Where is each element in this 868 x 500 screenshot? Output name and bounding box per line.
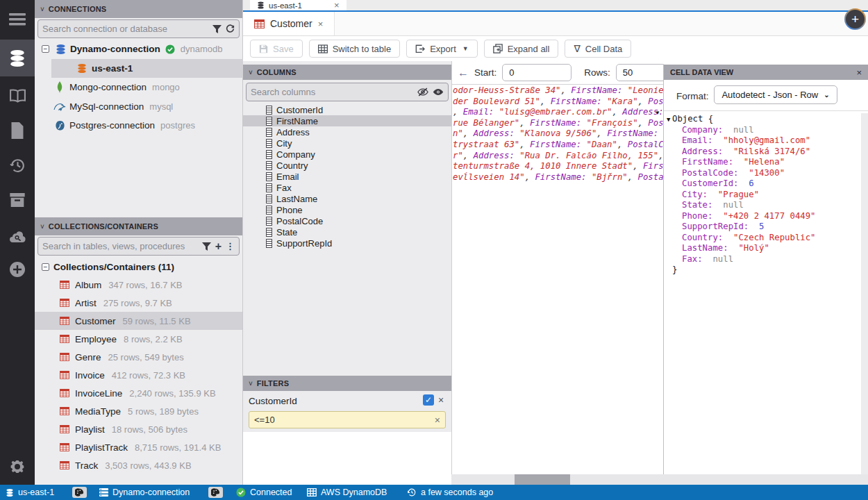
connection-item-MySql-connection[interactable]: MySql-connectionmysql <box>35 97 242 116</box>
expand-arrow-icon[interactable]: ▼ <box>667 115 672 126</box>
connection-item-us-east-1[interactable]: us-east-1 <box>51 59 243 78</box>
start-input[interactable] <box>502 64 571 81</box>
tab-group-bar: us-east-1 × <box>243 0 868 12</box>
tab-customer[interactable]: Customer × <box>243 12 335 35</box>
add-icon[interactable]: + <box>215 240 222 253</box>
column-item-Address[interactable]: Address <box>243 126 451 138</box>
table-item-InvoiceLine[interactable]: InvoiceLine2,240 rows, 135.9 KB <box>35 384 242 402</box>
palette-icon[interactable] <box>72 487 87 498</box>
file-icon[interactable] <box>0 115 35 146</box>
connections-search-input[interactable] <box>42 24 208 34</box>
statusbar-color-swatch-2[interactable] <box>208 485 223 500</box>
refresh-icon[interactable] <box>226 24 235 33</box>
connections-section-header[interactable]: ˅ CONNECTIONS <box>35 0 242 18</box>
table-item-Artist[interactable]: Artist275 rows, 9.7 KB <box>35 294 242 312</box>
cell-data-label: Cell Data <box>585 44 622 54</box>
column-item-Fax[interactable]: Fax <box>243 182 451 193</box>
filter-funnel-icon[interactable] <box>202 242 211 251</box>
connected-check-icon <box>165 44 175 54</box>
collapse-icon[interactable]: − <box>42 263 49 271</box>
statusbar-engine: AWS DynamoDB <box>307 485 387 500</box>
column-item-Country[interactable]: Country <box>243 160 451 171</box>
eye-off-icon[interactable] <box>417 88 428 97</box>
format-select[interactable]: Autodetect - Json - Row ⌄ <box>714 85 837 104</box>
statusbar-database[interactable]: us-east-1 <box>6 485 54 500</box>
column-icon <box>266 183 272 192</box>
export-label: Export <box>430 44 456 54</box>
column-item-State[interactable]: State <box>243 226 451 238</box>
rows-input[interactable] <box>616 64 666 81</box>
columns-section-header[interactable]: ˅ COLUMNS <box>243 65 451 80</box>
collections-root-row[interactable]: − Collections/Containers (11) <box>35 258 242 276</box>
history-icon[interactable] <box>0 150 35 181</box>
export-button[interactable]: Export ▼ <box>406 40 478 58</box>
json-line: Country: "Czech Republic" <box>664 233 861 244</box>
filters-section-header[interactable]: ˅ FILTERS <box>243 376 451 391</box>
clear-filter-icon[interactable]: × <box>435 415 440 426</box>
palette-icon[interactable] <box>208 487 223 498</box>
column-name: SupportRepId <box>276 238 332 249</box>
table-item-Employee[interactable]: Employee8 rows, 2.2 KB <box>35 330 242 348</box>
statusbar-connection[interactable]: Dynamo-connection <box>99 485 190 500</box>
table-item-PlaylistTrack[interactable]: PlaylistTrack8,715 rows, 191.4 KB <box>35 438 242 456</box>
column-item-FirstName[interactable]: FirstName <box>243 115 451 126</box>
column-item-PostalCode[interactable]: PostalCode <box>243 215 451 226</box>
book-icon[interactable] <box>0 81 35 111</box>
database-blue-icon <box>53 44 67 55</box>
gear-icon[interactable] <box>0 451 35 482</box>
table-item-Album[interactable]: Album347 rows, 16.7 KB <box>35 276 242 294</box>
column-item-Company[interactable]: Company <box>243 149 451 160</box>
connection-item-Postgres-connection[interactable]: Postgres-connectionpostgres <box>35 116 242 135</box>
table-item-MediaType[interactable]: MediaType5 rows, 189 bytes <box>35 402 242 420</box>
column-name: Email <box>276 172 299 182</box>
scrollbar-thumb[interactable] <box>515 474 570 485</box>
column-item-Email[interactable]: Email <box>243 171 451 182</box>
save-button[interactable]: Save <box>250 40 303 58</box>
filter-value-input[interactable] <box>254 415 435 425</box>
json-line: Phone: "+420 2 4177 0449" <box>664 211 861 222</box>
vertical-scrollbar[interactable] <box>861 113 868 474</box>
close-icon[interactable]: × <box>334 0 340 10</box>
column-item-CustomerId[interactable]: CustomerId <box>243 104 451 115</box>
columns-search-input[interactable] <box>251 87 413 97</box>
new-connection-button[interactable]: + <box>844 8 866 30</box>
column-item-LastName[interactable]: LastName <box>243 193 451 204</box>
back-arrow-icon[interactable]: ← <box>458 67 469 79</box>
connection-item-Dynamo-connection[interactable]: −Dynamo-connectiondynamodb <box>35 40 242 58</box>
table-item-Track[interactable]: Track3,503 rows, 443.9 KB <box>35 456 242 474</box>
statusbar-color-swatch[interactable] <box>72 485 87 500</box>
horizontal-scrollbar[interactable] <box>451 474 868 485</box>
archive-icon[interactable] <box>0 185 35 215</box>
filter-funnel-icon[interactable] <box>212 25 222 33</box>
filter-checkbox[interactable]: ✓ <box>423 394 434 406</box>
table-item-Genre[interactable]: Genre25 rows, 549 bytes <box>35 348 242 366</box>
collections-search-input[interactable] <box>42 241 198 251</box>
connection-item-Mongo-connection[interactable]: Mongo-connectionmongo <box>35 78 242 97</box>
engine-label: postgres <box>160 120 195 131</box>
column-item-City[interactable]: City <box>243 138 451 149</box>
eye-icon[interactable] <box>433 88 444 97</box>
menu-icon[interactable] <box>0 4 35 35</box>
switch-to-table-button[interactable]: Switch to table <box>309 40 401 58</box>
expand-all-button[interactable]: Expand all <box>484 40 559 58</box>
close-icon[interactable]: × <box>856 67 862 78</box>
kebab-menu-icon[interactable]: ⋮ <box>226 241 235 251</box>
table-name: Artist <box>75 298 97 308</box>
table-item-Customer[interactable]: Customer59 rows, 11.5 KB <box>35 312 242 330</box>
remove-filter-icon[interactable]: × <box>438 394 444 406</box>
cell-dropdown-icon[interactable]: ▼ <box>655 110 660 116</box>
close-icon[interactable]: × <box>318 19 324 29</box>
column-item-Phone[interactable]: Phone <box>243 204 451 215</box>
plus-circle-icon[interactable] <box>0 254 35 285</box>
tab-us-east-1[interactable]: us-east-1 × <box>250 0 347 10</box>
database-icon[interactable] <box>0 40 35 76</box>
table-item-Playlist[interactable]: Playlist18 rows, 506 bytes <box>35 420 242 438</box>
collections-section-header[interactable]: ˅ COLLECTIONS/CONTAINERS <box>35 217 242 235</box>
table-item-Invoice[interactable]: Invoice412 rows, 72.3 KB <box>35 366 242 384</box>
cloud-search-icon[interactable] <box>0 221 35 251</box>
column-item-SupportRepId[interactable]: SupportRepId <box>243 238 451 249</box>
status-bar: us-east-1 Dynamo-connection Connected AW… <box>0 485 868 500</box>
cell-data-button[interactable]: ∇ Cell Data <box>565 40 631 58</box>
collapse-icon[interactable]: − <box>42 45 49 53</box>
statusbar-connection-label: Dynamo-connection <box>112 488 190 497</box>
